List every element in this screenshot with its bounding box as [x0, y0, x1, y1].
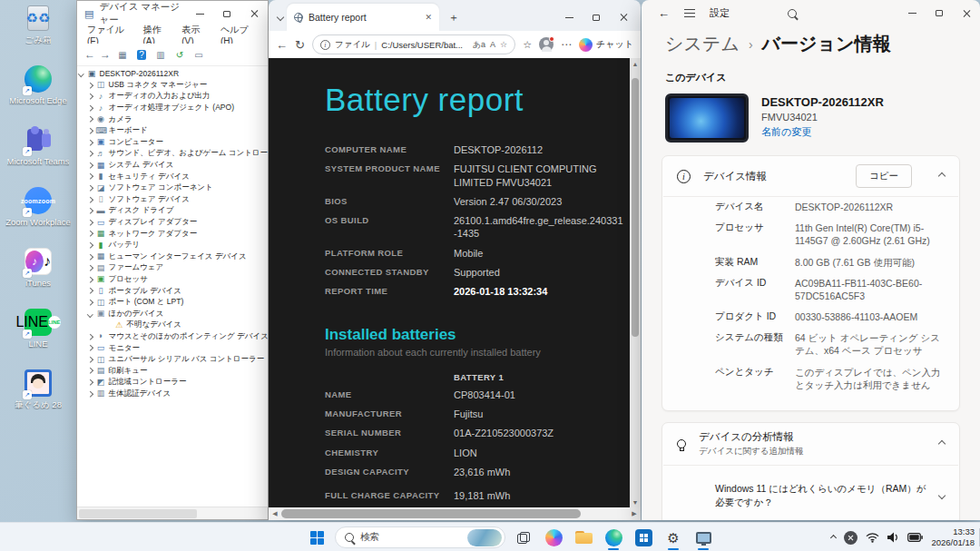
minimize-button[interactable] — [186, 1, 213, 26]
tree-expander-icon[interactable] — [87, 254, 93, 260]
back-icon[interactable]: ← — [658, 6, 670, 20]
tab-close-icon[interactable]: ✕ — [425, 13, 432, 22]
horizontal-scrollbar[interactable]: ◀ ▶ — [269, 507, 641, 520]
tree-expander-icon[interactable] — [87, 391, 93, 397]
tree-item[interactable]: ♬ サウンド、ビデオ、およびゲーム コントローラー — [77, 148, 268, 160]
new-tab-button[interactable]: ＋ — [448, 10, 459, 25]
speaker-icon[interactable] — [887, 532, 899, 543]
file-explorer-button[interactable] — [572, 526, 595, 549]
expand-chevron-icon[interactable] — [938, 491, 946, 498]
copilot-button[interactable] — [542, 526, 565, 549]
settings-menu-icon[interactable]: ⋯ — [561, 38, 572, 51]
tree-item[interactable]: ♪ オーディオの入力および出力 — [77, 91, 268, 103]
tree-item[interactable]: ◗ マウスとそのほかのポインティング デバイス — [77, 331, 268, 343]
device-manager-horizontal-scrollbar[interactable] — [77, 507, 268, 519]
maximize-button[interactable] — [926, 0, 953, 26]
tree-item[interactable]: ▣ プロセッサ — [77, 274, 268, 286]
tree-item[interactable]: ▮ セキュリティ デバイス — [77, 171, 268, 182]
tree-expander-icon[interactable] — [87, 369, 93, 374]
tree-expander-icon[interactable] — [87, 93, 93, 99]
favorite-star-icon[interactable]: ☆ — [500, 40, 507, 49]
back-icon[interactable]: ← — [276, 38, 288, 52]
address-bar[interactable]: i ファイル | C:/Users/USER/bat... あa A ☆ — [312, 34, 515, 54]
microsoft-store-button[interactable] — [632, 526, 655, 549]
tree-expander-icon[interactable] — [87, 151, 93, 156]
onedrive-status-icon[interactable] — [844, 531, 858, 545]
tree-item[interactable]: ▭ モニター — [77, 342, 268, 354]
tree-expander-icon[interactable] — [87, 379, 93, 385]
minimize-button[interactable] — [898, 0, 926, 26]
tree-item[interactable]: ◉ カメラ — [77, 113, 268, 125]
tree-item[interactable]: ▦ ネットワーク アダプター — [77, 228, 268, 240]
taskbar-search-box[interactable]: 検索 — [335, 526, 505, 548]
tree-item[interactable]: ◫ ポート (COM と LPT) — [77, 297, 268, 309]
tree-expander-icon[interactable] — [87, 83, 93, 88]
tree-expander-icon[interactable] — [87, 300, 93, 305]
desktop-icon-itunes[interactable]: ♪ ♪ ↗ iTunes — [0, 243, 76, 304]
reload-icon[interactable]: ↻ — [295, 38, 305, 52]
tree-expander-icon[interactable] — [87, 140, 93, 145]
tree-expander-icon[interactable] — [87, 185, 93, 191]
tree-item[interactable]: ▯ ソフトウェア デバイス — [77, 194, 268, 206]
tree-item[interactable]: ♪ オーディオ処理オブジェクト (APO) — [77, 103, 268, 114]
maximize-button[interactable] — [213, 1, 240, 26]
tab-search-chevron-icon[interactable] — [277, 14, 284, 21]
tree-expander-icon[interactable] — [87, 105, 93, 111]
page-info-icon[interactable]: i — [320, 40, 330, 50]
hamburger-menu-icon[interactable] — [684, 9, 695, 18]
copilot-chat-button[interactable]: チャット — [579, 38, 633, 52]
tree-item[interactable]: ▣ DESKTOP-2026112XR — [77, 68, 268, 80]
desktop-icon-fudegurume[interactable]: ↗ 筆ぐるめ 28 — [0, 365, 76, 426]
settings-button[interactable]: ⚙ — [662, 526, 685, 549]
close-button[interactable] — [610, 4, 637, 31]
close-button[interactable] — [240, 1, 268, 26]
close-button[interactable] — [953, 0, 980, 26]
tree-item[interactable]: ▯ ポータブル デバイス — [77, 285, 268, 297]
settings-titlebar[interactable]: ← 設定 — [642, 0, 980, 26]
tree-expander-icon[interactable] — [87, 288, 93, 293]
tree-item[interactable]: ▮ バッテリ — [77, 240, 268, 251]
tree-item[interactable]: ▣ ほかのデバイス — [77, 308, 268, 320]
faq-item[interactable]: Windows 11 にはどれくらいのメモリ（RAM）が必要ですか？ — [715, 482, 945, 508]
profile-avatar[interactable] — [539, 37, 554, 52]
read-aloud-icon[interactable]: A — [490, 40, 495, 49]
copy-button[interactable]: コピー — [856, 164, 912, 188]
tree-item[interactable]: ▭ ディスプレイ アダプター — [77, 217, 268, 229]
tree-item[interactable]: ⌨ キーボード — [77, 125, 268, 137]
taskbar-clock[interactable]: 13:33 2026/01/18 — [931, 526, 975, 548]
tree-expander-icon[interactable] — [87, 357, 93, 362]
wifi-icon[interactable] — [866, 532, 879, 543]
tree-item[interactable]: ◫ ユニバーサル シリアル バス コントローラー — [77, 354, 268, 366]
breadcrumb-system[interactable]: システム — [665, 32, 740, 56]
tree-item[interactable]: ▤ 印刷キュー — [77, 365, 268, 377]
tree-expander-icon[interactable] — [87, 162, 93, 168]
tree-expander-icon[interactable] — [87, 197, 93, 202]
desktop-icon-zoom-workplace[interactable]: zoom zoom ↗ Zoom Workplace — [0, 182, 76, 243]
tab-battery-report[interactable]: Battery report ✕ — [287, 4, 439, 31]
forward-icon[interactable]: → — [100, 48, 111, 61]
tree-item[interactable]: ◪ ソフトウェア コンポーネント — [77, 182, 268, 194]
back-icon[interactable]: ← — [84, 48, 95, 61]
tree-expander-icon[interactable] — [87, 334, 93, 339]
tree-item[interactable]: ▬ ディスク ドライブ — [77, 205, 268, 217]
edge-button[interactable] — [602, 526, 625, 549]
tree-expander-icon[interactable] — [87, 208, 93, 213]
maximize-button[interactable] — [583, 4, 610, 31]
collapse-chevron-icon[interactable] — [938, 172, 946, 180]
collapse-chevron-icon[interactable] — [938, 440, 946, 448]
device-manager-button[interactable] — [691, 526, 715, 549]
tree-item[interactable]: ⚠ 不明なデバイス — [77, 320, 268, 331]
tree-item[interactable]: ◩ 記憶域コントローラー — [77, 377, 268, 389]
tree-item[interactable]: ▦ ヒューマン インターフェイス デバイス — [77, 251, 268, 263]
tree-expander-icon[interactable] — [87, 242, 93, 248]
scan-hardware-icon[interactable]: ↺ — [172, 47, 187, 62]
translate-icon[interactable]: あa — [473, 39, 485, 51]
tree-item[interactable]: ▣ コンピューター — [77, 137, 268, 149]
rename-link[interactable]: 名前の変更 — [761, 125, 884, 139]
search-highlight-image[interactable] — [467, 529, 502, 546]
tree-expander-icon[interactable] — [87, 173, 93, 179]
tree-expander-icon[interactable] — [87, 116, 93, 122]
favorites-icon[interactable]: ☆ — [523, 39, 532, 51]
remote-computer-icon[interactable]: ▭ — [191, 47, 206, 62]
desktop-icon-line[interactable]: LINE LINE ↗ LINE — [0, 304, 76, 365]
